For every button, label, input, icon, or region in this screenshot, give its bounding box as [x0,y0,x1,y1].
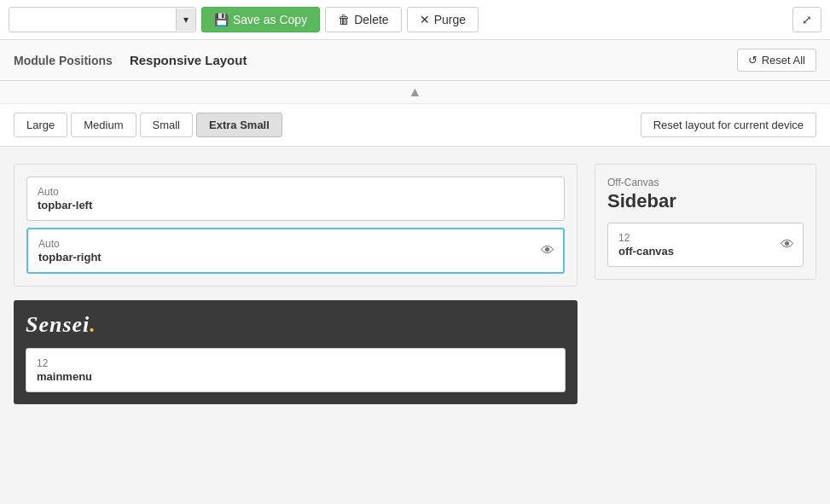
chevron-up-icon: ▲ [409,84,422,99]
subheader: Module Positions Responsive Layout ↺ Res… [0,40,830,81]
sidebar-title: Sidebar [607,190,804,212]
reset-all-label: Reset All [762,54,805,67]
topbar-right-name: topbar-right [38,251,102,264]
purge-label: Purge [434,13,466,26]
save-as-copy-button[interactable]: 💾 Save as Copy [201,7,320,32]
delete-label: Delete [354,13,388,26]
purge-button[interactable]: ✕ Purge [407,7,479,32]
responsive-layout-title: Responsive Layout [130,53,247,67]
reset-device-button[interactable]: Reset layout for current device [641,113,816,137]
tab-extra-small-label: Extra Small [209,119,270,131]
template-select-input[interactable]: default [9,8,176,32]
delete-button[interactable]: 🗑 Delete [325,7,401,32]
module-positions-title: Module Positions [14,54,113,67]
mainmenu-name: mainmenu [37,370,92,383]
reset-all-button[interactable]: ↺ Reset All [737,49,816,72]
sensei-dot: . [90,312,96,337]
off-canvas-box: 12 off-canvas 👁 [607,223,804,267]
topbar-left-box: Auto topbar-left [26,177,565,221]
topbar-right-auto-label: Auto [38,238,553,250]
right-column: Off-Canvas Sidebar 12 off-canvas 👁 [595,164,816,280]
tab-medium-label: Medium [84,119,123,131]
tab-medium[interactable]: Medium [71,113,136,137]
expand-button[interactable]: ⤢ [792,7,821,32]
topbar-right-box: Auto topbar-right 👁 [26,228,565,274]
sensei-logo: Sensei. [26,312,566,338]
off-canvas-eye-icon[interactable]: 👁 [781,237,794,252]
template-select-wrapper[interactable]: default ▾ [9,7,196,32]
sidebar-container: Off-Canvas Sidebar 12 off-canvas 👁 [595,164,816,280]
tab-large[interactable]: Large [14,113,67,137]
off-canvas-number: 12 [618,232,792,244]
save-as-copy-label: Save as Copy [233,13,307,26]
select-arrow-icon[interactable]: ▾ [176,9,195,31]
tab-small-label: Small [153,119,181,131]
mainmenu-number: 12 [37,357,554,369]
topbar-left-name: topbar-left [38,199,92,211]
topbar-left-auto-label: Auto [38,186,554,198]
x-icon: ✕ [420,13,430,26]
trash-icon: 🗑 [338,13,350,26]
expand-icon: ⤢ [802,13,812,26]
tab-small[interactable]: Small [140,113,194,137]
left-column: Auto topbar-left Auto topbar-right 👁 Sen… [14,164,578,404]
chevron-divider: ▲ [0,81,830,104]
sensei-container: Sensei. 12 mainmenu [14,300,578,404]
topbar-group-container: Auto topbar-left Auto topbar-right 👁 [14,164,578,287]
off-canvas-name: off-canvas [618,245,674,258]
tabs-row: Large Medium Small Extra Small Reset lay… [0,104,830,147]
reset-all-icon: ↺ [748,54,757,67]
toolbar: default ▾ 💾 Save as Copy 🗑 Delete ✕ Purg… [0,0,830,40]
floppy-icon: 💾 [214,13,229,26]
mainmenu-box: 12 mainmenu [26,348,566,392]
tab-extra-small[interactable]: Extra Small [196,113,282,137]
topbar-right-eye-icon[interactable]: 👁 [541,243,554,258]
offcanvas-label: Off-Canvas [607,177,804,188]
tab-large-label: Large [26,119,55,131]
main-content: Auto topbar-left Auto topbar-right 👁 Sen… [0,147,830,421]
